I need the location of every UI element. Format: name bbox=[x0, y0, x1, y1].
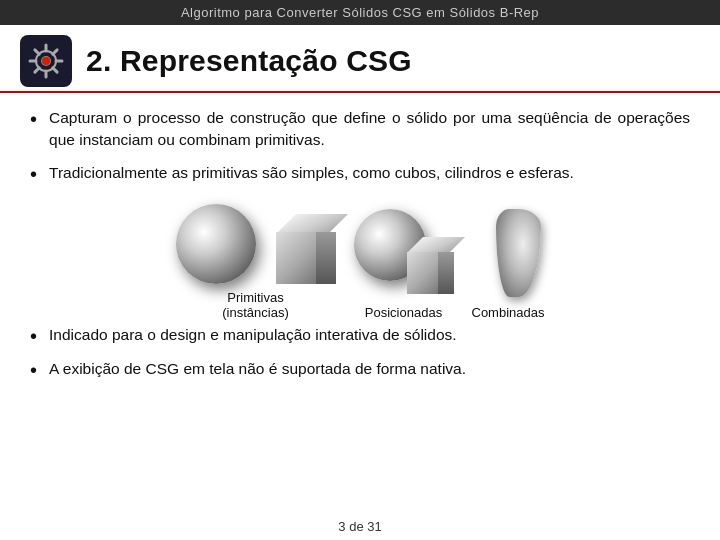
bullet-text-2: Tradicionalmente as primitivas são simpl… bbox=[49, 162, 574, 184]
bullet-item-4: • A exibição de CSG em tela não é suport… bbox=[30, 358, 690, 382]
image-label-posicionadas: Posicionadas bbox=[365, 305, 442, 320]
content-area: • Capturam o processo de construção que … bbox=[0, 99, 720, 515]
cube-right-face bbox=[316, 232, 336, 284]
slide: Algoritmo para Converter Sólidos CSG em … bbox=[0, 0, 720, 540]
images-row-primitivas bbox=[176, 204, 336, 284]
sphere-primitive bbox=[176, 204, 256, 284]
cube-pos-top bbox=[407, 237, 465, 253]
image-group-posicionadas: Posicionadas bbox=[354, 209, 454, 320]
cube-primitive bbox=[266, 204, 336, 284]
divider bbox=[0, 91, 720, 93]
header-bar: Algoritmo para Converter Sólidos CSG em … bbox=[0, 0, 720, 25]
image-group-combinadas: Combinadas bbox=[472, 209, 545, 320]
logo-icon bbox=[20, 35, 72, 87]
page-number: 3 de 31 bbox=[0, 515, 720, 540]
cube-pos-right bbox=[438, 252, 454, 294]
bullet-item-1: • Capturam o processo de construção que … bbox=[30, 107, 690, 152]
image-label-combinadas: Combinadas bbox=[472, 305, 545, 320]
slide-title: 2. Representação CSG bbox=[86, 44, 412, 78]
combined-shape bbox=[476, 209, 541, 299]
bullet-dot-3: • bbox=[30, 325, 37, 348]
cube-top-face bbox=[276, 214, 348, 234]
bullet-text-4: A exibição de CSG em tela não é suportad… bbox=[49, 358, 466, 380]
cube-posicionado bbox=[399, 229, 454, 294]
header-title: Algoritmo para Converter Sólidos CSG em … bbox=[181, 5, 539, 20]
combined-curved bbox=[496, 209, 541, 297]
bullet-dot-2: • bbox=[30, 163, 37, 186]
bullet-dot-4: • bbox=[30, 359, 37, 382]
bullet-item-3: • Indicado para o design e manipulação i… bbox=[30, 324, 690, 348]
image-label-primitivas: Primitivas(instâncias) bbox=[222, 290, 288, 320]
image-group-primitivas: Primitivas(instâncias) bbox=[176, 204, 336, 320]
title-row: 2. Representação CSG bbox=[0, 25, 720, 91]
bullet-dot-1: • bbox=[30, 108, 37, 131]
images-section: Primitivas(instâncias) Pos bbox=[30, 204, 690, 320]
svg-point-11 bbox=[42, 57, 50, 65]
bullet-text-1: Capturam o processo de construção que de… bbox=[49, 107, 690, 152]
bullet-text-3: Indicado para o design e manipulação int… bbox=[49, 324, 457, 346]
bullet-item-2: • Tradicionalmente as primitivas são sim… bbox=[30, 162, 690, 186]
